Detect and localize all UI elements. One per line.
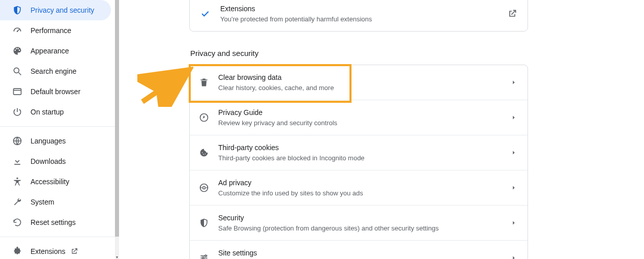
sidebar-item-label: Reset settings [31,218,76,226]
chevron-right-icon [510,79,517,86]
extension-icon [12,246,22,256]
sidebar-item-on-startup[interactable]: On startup [0,102,111,122]
cookie-icon [199,148,209,158]
sidebar-item-label: Performance [31,26,71,35]
row-title: Clear browsing data [218,72,504,82]
row-text: Extensions You're protected from potenti… [220,4,501,24]
sidebar-list-main: Privacy and security Performance Appeara… [0,0,115,259]
open-in-new-icon [70,247,78,255]
row-third-party-cookies[interactable]: Third-party cookies Third-party cookies … [190,135,528,170]
row-subtitle: Review key privacy and security controls [218,119,504,128]
wrench-icon [12,197,22,207]
svg-point-9 [203,187,206,189]
tune-icon [199,253,209,259]
row-text: Clear browsing data Clear history, cooki… [218,72,504,93]
main-content: Extensions You're protected from potenti… [119,0,644,259]
sidebar-item-languages[interactable]: Languages [0,131,111,151]
row-title: Security [218,213,504,223]
svg-point-0 [17,31,18,32]
svg-point-1 [14,68,19,73]
palette-icon [12,46,22,56]
row-title: Site settings [218,248,504,258]
chevron-right-icon [510,219,517,226]
compass-icon [199,112,209,123]
trash-icon [199,77,209,88]
row-privacy-guide[interactable]: Privacy Guide Review key privacy and sec… [190,100,528,135]
sidebar-item-appearance[interactable]: Appearance [0,41,111,61]
browser-icon [12,87,22,97]
safety-check-card: Extensions You're protected from potenti… [189,0,528,32]
row-subtitle: Clear history, cookies, cache, and more [218,83,504,93]
sidebar-item-label: Languages [31,137,66,145]
sidebar-divider [0,126,115,127]
safety-check-extensions-row[interactable]: Extensions You're protected from potenti… [190,0,528,31]
sidebar-item-reset-settings[interactable]: Reset settings [0,212,111,233]
sidebar-item-label: Appearance [31,47,69,55]
scrollbar-down-arrow[interactable]: ▾ [115,255,119,259]
sidebar-scrollbar[interactable]: ▾ [115,0,119,259]
sidebar-divider [0,237,115,237]
sidebar-item-extensions[interactable]: Extensions [0,241,115,259]
sidebar-item-privacy-and-security[interactable]: Privacy and security [0,0,111,20]
download-icon [12,156,22,166]
open-in-new-icon[interactable] [507,9,517,19]
privacy-card: Clear browsing data Clear history, cooki… [189,65,528,259]
sidebar-item-label: Extensions [31,247,65,255]
globe-icon [12,136,22,146]
row-security[interactable]: Security Safe Browsing (protection from … [190,205,528,240]
sidebar-item-label: Search engine [31,67,76,75]
svg-point-11 [202,257,204,258]
security-shield-icon [199,218,209,228]
sidebar-item-label: Downloads [31,157,66,165]
accessibility-icon [12,177,22,187]
check-icon [200,9,210,19]
sidebar-item-downloads[interactable]: Downloads [0,151,111,171]
svg-point-10 [205,255,207,256]
chevron-right-icon [510,149,517,156]
ad-privacy-icon [199,183,209,193]
row-title: Third-party cookies [218,142,504,153]
row-text: Ad privacy Customize the info used by si… [218,178,504,198]
scrollbar-thumb[interactable] [115,0,119,237]
section-title-privacy-and-security: Privacy and security [190,49,528,57]
chevron-right-icon [510,184,517,191]
power-icon [12,107,22,117]
sidebar-item-performance[interactable]: Performance [0,20,111,41]
chevron-right-icon [510,114,517,121]
sidebar-item-label: System [31,198,54,206]
row-subtitle: Safe Browsing (protection from dangerous… [218,224,504,233]
row-text: Site settings Controls what information … [218,248,504,259]
row-title: Privacy Guide [218,107,504,118]
row-subtitle: Customize the info used by sites to show… [218,189,504,198]
row-subtitle: Third-party cookies are blocked in Incog… [218,154,504,163]
row-subtitle: You're protected from potentially harmfu… [220,15,501,24]
row-site-settings[interactable]: Site settings Controls what information … [190,240,528,259]
svg-point-6 [16,178,18,179]
restore-icon [12,217,22,227]
row-text: Privacy Guide Review key privacy and sec… [218,107,504,128]
settings-sidebar: Privacy and security Performance Appeara… [0,0,115,259]
shield-icon [12,5,22,15]
sidebar-item-label: Default browser [31,88,80,96]
row-clear-browsing-data[interactable]: Clear browsing data Clear history, cooki… [190,65,528,100]
row-text: Security Safe Browsing (protection from … [218,213,504,233]
row-text: Third-party cookies Third-party cookies … [218,142,504,163]
sidebar-item-label: Accessibility [31,178,69,186]
sidebar-item-accessibility[interactable]: Accessibility [0,171,111,192]
sidebar-item-default-browser[interactable]: Default browser [0,81,111,102]
sidebar-item-label: On startup [31,108,64,116]
sidebar-item-system[interactable]: System [0,192,111,212]
row-title: Ad privacy [218,178,504,188]
row-ad-privacy[interactable]: Ad privacy Customize the info used by si… [190,170,528,205]
chevron-right-icon [510,254,517,259]
sidebar-item-label: Privacy and security [31,6,94,14]
svg-line-2 [19,73,21,75]
sidebar-item-search-engine[interactable]: Search engine [0,61,111,81]
row-title: Extensions [220,4,501,14]
search-icon [12,66,22,76]
svg-rect-3 [14,89,21,95]
speedometer-icon [12,25,22,36]
